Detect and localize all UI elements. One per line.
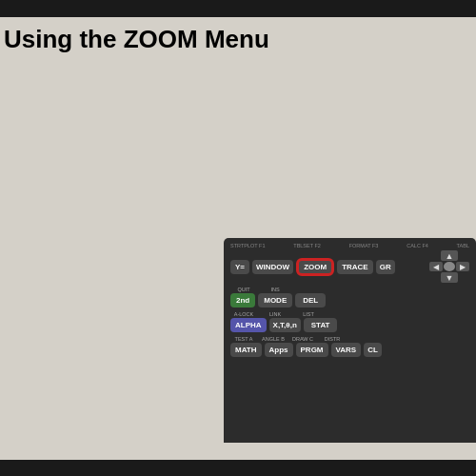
btn-apps[interactable]: Apps bbox=[265, 343, 293, 357]
calculator: STRTPLOT F1 TBLSET F2 FORMAT F3 CALC F4 … bbox=[224, 238, 476, 443]
bottom-bar bbox=[0, 460, 476, 476]
calc-row-4-wrapper: TEST A ANGLE B DRAW C DISTR MATH Apps PR… bbox=[228, 336, 471, 357]
btn-cl[interactable]: CL bbox=[364, 343, 382, 357]
calc-top-labels-row: STRTPLOT F1 TBLSET F2 FORMAT F3 CALC F4 … bbox=[228, 243, 471, 248]
label-calc: CALC F4 bbox=[407, 243, 428, 248]
content-area: STRTPLOT F1 TBLSET F2 FORMAT F3 CALC F4 … bbox=[0, 60, 476, 460]
calc-row-2: 2nd MODE DEL bbox=[230, 293, 469, 307]
label-test: TEST A bbox=[230, 336, 257, 342]
btn-trace[interactable]: TRACE bbox=[337, 260, 373, 274]
label-list: LIST bbox=[293, 311, 324, 317]
label-draw: DRAW C bbox=[289, 336, 316, 342]
nav-right-btn[interactable]: ▶ bbox=[456, 262, 469, 271]
btn-zoom[interactable]: ZOOM bbox=[296, 258, 334, 276]
label-ins: INS bbox=[260, 287, 290, 292]
nav-down-btn[interactable]: ▼ bbox=[441, 272, 458, 283]
calc-row-1: Y= WINDOW ZOOM TRACE GR ▲ ◀ ▶ ▼ bbox=[228, 250, 471, 283]
btn-y-equals[interactable]: Y= bbox=[230, 260, 249, 274]
btn-del[interactable]: DEL bbox=[295, 293, 326, 307]
btn-vars[interactable]: VARS bbox=[331, 343, 362, 357]
page-title: Using the ZOOM Menu bbox=[4, 25, 269, 53]
btn-2nd[interactable]: 2nd bbox=[230, 293, 255, 307]
label-table: TABL bbox=[457, 243, 469, 248]
calc-row-2-labels: QUIT INS bbox=[230, 287, 469, 292]
label-angle: ANGLE B bbox=[260, 336, 287, 342]
label-quit: QUIT bbox=[230, 287, 257, 292]
btn-alpha[interactable]: ALPHA bbox=[230, 318, 267, 332]
label-alock: A-LOCK bbox=[230, 311, 257, 317]
calc-row-3-labels: A-LOCK LINK LIST bbox=[230, 311, 469, 317]
label-distr: DISTR bbox=[319, 336, 346, 342]
title-area: Using the ZOOM Menu bbox=[0, 17, 476, 60]
label-link: LINK bbox=[260, 311, 290, 317]
calc-row-4-labels: TEST A ANGLE B DRAW C DISTR bbox=[230, 336, 469, 342]
nav-cluster: ▲ ◀ ▶ ▼ bbox=[429, 250, 469, 283]
row1-left: Y= WINDOW ZOOM TRACE GR bbox=[230, 258, 425, 276]
nav-left-btn[interactable]: ◀ bbox=[429, 262, 443, 271]
calc-row-3-wrapper: A-LOCK LINK LIST ALPHA X,T,θ,n STAT bbox=[228, 311, 471, 332]
top-bar bbox=[0, 0, 476, 17]
btn-stat[interactable]: STAT bbox=[304, 318, 338, 332]
label-format: FORMAT F3 bbox=[349, 243, 379, 248]
label-tblset: TBLSET F2 bbox=[293, 243, 321, 248]
calc-row-4: MATH Apps PRGM VARS CL bbox=[230, 343, 469, 357]
btn-xt-theta-n[interactable]: X,T,θ,n bbox=[269, 318, 301, 332]
calc-row-2-wrapper: QUIT INS 2nd MODE DEL bbox=[228, 287, 471, 307]
nav-middle-row: ◀ ▶ bbox=[429, 262, 469, 271]
btn-prgm[interactable]: PRGM bbox=[296, 343, 328, 357]
nav-up-btn[interactable]: ▲ bbox=[441, 250, 458, 261]
calc-row-3: ALPHA X,T,θ,n STAT bbox=[230, 318, 469, 332]
label-strtplot: STRTPLOT F1 bbox=[230, 243, 265, 248]
btn-math[interactable]: MATH bbox=[230, 343, 262, 357]
nav-center[interactable] bbox=[444, 262, 455, 271]
btn-graph[interactable]: GR bbox=[376, 260, 395, 274]
btn-mode[interactable]: MODE bbox=[258, 293, 292, 307]
btn-window[interactable]: WINDOW bbox=[252, 260, 293, 274]
